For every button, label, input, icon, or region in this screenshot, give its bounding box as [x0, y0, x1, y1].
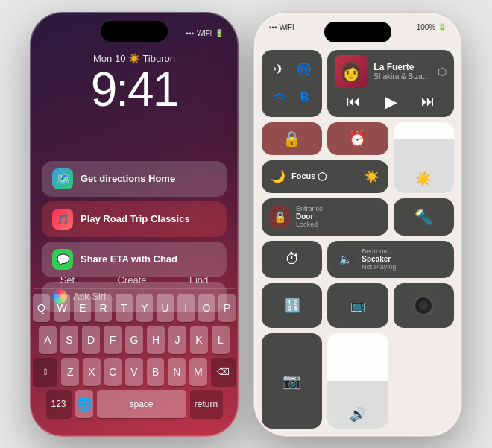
key-a[interactable]: A	[39, 326, 57, 354]
speaker-status: Not Playing	[362, 263, 396, 271]
brightness-slider[interactable]: ☀️	[394, 122, 454, 193]
siri-music-item[interactable]: 🎵 Play Road Trip Classics	[42, 201, 227, 237]
calculator-button[interactable]: 🔢	[262, 283, 322, 328]
playback-controls: ⏮ ▶ ⏭	[335, 92, 447, 112]
keyboard-row-1: Q W E R T Y U I O P	[33, 294, 236, 322]
speaker-sublabel: Speaker	[362, 255, 396, 263]
music-icon: 🎵	[52, 209, 73, 230]
key-d[interactable]: D	[82, 326, 100, 354]
speaker-button[interactable]: 🔈 Bedroom Speaker Not Playing	[327, 241, 454, 278]
airplane-mode-button[interactable]: ✈	[269, 61, 290, 78]
key-i[interactable]: I	[177, 294, 195, 322]
door-sublabel: Door	[296, 212, 323, 221]
key-r[interactable]: R	[95, 294, 112, 322]
svg-point-2	[303, 68, 306, 70]
left-phone: ▪▪▪ WiFi 🔋 Mon 10 ☀️ Tiburon 9:41 🗺️ Get…	[30, 12, 239, 437]
moon-icon: 🌙	[271, 169, 286, 183]
prev-track-button[interactable]: ⏮	[347, 94, 360, 110]
key-delete[interactable]: ⌫	[211, 358, 236, 386]
directions-label: Get directions Home	[81, 173, 175, 184]
key-j[interactable]: J	[168, 326, 186, 354]
key-p[interactable]: P	[218, 294, 236, 322]
hotspot-button[interactable]	[294, 63, 315, 76]
key-k[interactable]: K	[190, 326, 208, 354]
control-center: ✈ B 👩 La Fuerte Shakira & Bizarr... ⬡	[262, 50, 454, 429]
now-playing-title: La Fuerte	[373, 62, 432, 72]
camera-button[interactable]: 📷	[262, 333, 322, 429]
key-z[interactable]: Z	[61, 358, 79, 386]
key-t[interactable]: T	[116, 294, 133, 322]
suggestion-find[interactable]: Find	[189, 274, 208, 285]
suggestion-set[interactable]: Set	[60, 274, 75, 285]
left-phone-content: Mon 10 ☀️ Tiburon 9:41 🗺️ Get directions…	[30, 12, 239, 437]
directions-icon: 🗺️	[52, 168, 73, 189]
key-g[interactable]: G	[125, 326, 143, 354]
timer-button[interactable]: ⏱	[262, 241, 322, 278]
siri-directions-item[interactable]: 🗺️ Get directions Home	[42, 161, 227, 197]
signal-bars: ▪▪▪ WiFi	[269, 23, 294, 31]
flashlight-button[interactable]: 🔦	[394, 198, 454, 236]
key-h[interactable]: H	[147, 326, 165, 354]
wifi-icon: WiFi	[197, 29, 212, 37]
key-l[interactable]: L	[212, 326, 230, 354]
messages-icon: 💬	[52, 249, 73, 270]
music-label: Play Road Trip Classics	[81, 213, 190, 224]
key-o[interactable]: O	[198, 294, 215, 322]
battery-level: 100% 🔋	[417, 23, 447, 31]
now-playing-block[interactable]: 👩 La Fuerte Shakira & Bizarr... ⬡ ⏮ ▶ ⏭	[327, 50, 454, 117]
door-icon: 🔒	[269, 206, 290, 227]
connectivity-block[interactable]: ✈ B	[262, 50, 322, 117]
door-status: Locked	[296, 221, 323, 228]
signal-icon: ▪▪▪	[186, 29, 194, 37]
focus-label: Focus ◯	[291, 171, 327, 181]
key-y[interactable]: Y	[136, 294, 154, 322]
keyboard[interactable]: Set Create Find Q W E R T Y U I O P A S …	[33, 271, 236, 422]
dynamic-island-right	[324, 22, 391, 42]
key-m[interactable]: M	[189, 358, 207, 386]
next-track-button[interactable]: ⏭	[421, 94, 435, 110]
key-space[interactable]: space	[97, 390, 186, 418]
focus-button[interactable]: 🌙 Focus ◯ ☀️	[262, 160, 388, 193]
airplay-button[interactable]: ⬡	[438, 66, 447, 78]
dynamic-island-left	[101, 21, 168, 42]
keyboard-row-2: A S D F G H J K L	[33, 326, 236, 354]
volume-icon: 🔊	[350, 406, 366, 423]
door-label: Entrance	[296, 205, 323, 212]
brightness-icon: ☀️	[415, 171, 432, 187]
key-x[interactable]: X	[83, 358, 101, 386]
bluetooth-button[interactable]: B	[294, 91, 315, 104]
key-v[interactable]: V	[125, 358, 143, 386]
screen-mirror-button[interactable]: 📺	[327, 283, 388, 328]
now-playing-avatar: 👩	[335, 55, 368, 88]
key-emoji[interactable]: 🌐	[75, 390, 93, 418]
time-display: 9:41	[30, 66, 239, 113]
key-u[interactable]: U	[157, 294, 174, 322]
battery-icon: 🔋	[215, 29, 224, 37]
key-w[interactable]: W	[54, 294, 71, 322]
right-phone: ▪▪▪ WiFi 100% 🔋 ✈ B 👩 La Fuerte	[253, 12, 462, 437]
keyboard-suggestions: Set Create Find	[33, 271, 236, 289]
record-button[interactable]	[394, 283, 454, 328]
alarm-button[interactable]: ⏰	[327, 122, 388, 155]
wifi-button[interactable]	[269, 92, 290, 103]
key-q[interactable]: Q	[33, 294, 50, 322]
volume-slider[interactable]: 🔊	[327, 333, 388, 429]
play-pause-button[interactable]: ▶	[385, 92, 397, 112]
door-lock-button[interactable]: 🔒 Entrance Door Locked	[262, 198, 388, 236]
key-f[interactable]: F	[104, 326, 122, 354]
share-label: Share ETA with Chad	[81, 253, 177, 265]
key-c[interactable]: C	[104, 358, 122, 386]
key-n[interactable]: N	[168, 358, 186, 386]
key-numbers[interactable]: 123	[46, 390, 72, 418]
key-return[interactable]: return	[190, 390, 223, 418]
key-e[interactable]: E	[74, 294, 91, 322]
lock-screen-date: Mon 10 ☀️ Tiburon 9:41	[30, 53, 239, 113]
key-b[interactable]: B	[147, 358, 165, 386]
suggestion-create[interactable]: Create	[118, 274, 147, 285]
screen-lock-button[interactable]: 🔒	[262, 122, 322, 155]
sun-icon[interactable]: ☀️	[365, 169, 379, 183]
speaker-label: Bedroom	[362, 247, 396, 255]
key-shift[interactable]: ⇧	[33, 358, 57, 386]
now-playing-artist: Shakira & Bizarr...	[373, 72, 432, 81]
key-s[interactable]: S	[60, 326, 78, 354]
